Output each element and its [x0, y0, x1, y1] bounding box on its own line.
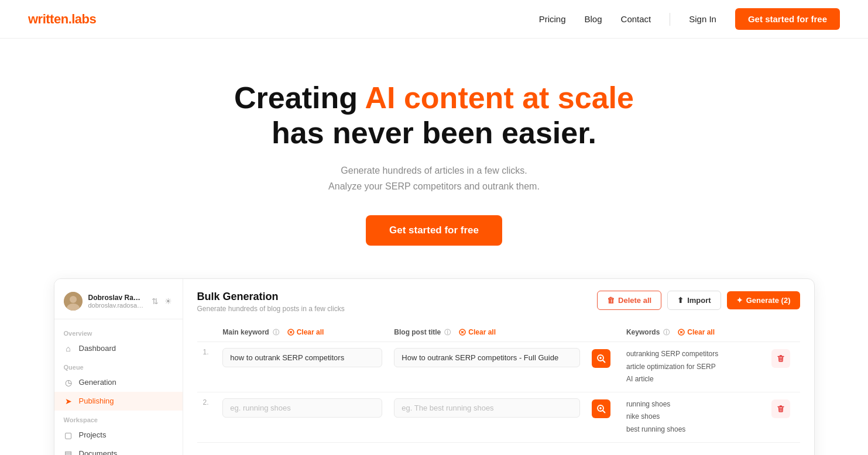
hero-cta: Get started for free [14, 215, 854, 246]
serp-icon-2 [596, 404, 606, 413]
sidebar-queue-label: Queue [54, 358, 183, 373]
sidebar-documents-label: Documents [79, 449, 118, 455]
sidebar-item-generation[interactable]: ◷ Generation [54, 373, 183, 392]
hero-subtext: Generate hundreds of articles in a few c… [14, 163, 854, 194]
avatar [64, 292, 83, 311]
import-button[interactable]: ⬆ Import [667, 291, 721, 310]
nav-contact[interactable]: Contact [621, 14, 651, 24]
table-row: 2. [197, 392, 800, 442]
settings-button[interactable]: ☀ [163, 295, 173, 307]
demo-wrapper: Dobroslav Radosa... dobroslav.radosavi..… [0, 278, 868, 455]
sidebar-generation-label: Generation [79, 378, 116, 387]
sidebar-dashboard-label: Dashboard [79, 344, 116, 353]
delete-all-button[interactable]: 🗑 Delete all [597, 291, 661, 310]
sidebar-workspace-label: Workspace [54, 411, 183, 426]
user-switch-button[interactable]: ⇅ [150, 295, 160, 307]
title-input-1[interactable] [394, 348, 580, 367]
bulk-title: Bulk Generation [197, 291, 345, 303]
generate-button[interactable]: ✦ Generate (2) [727, 291, 800, 309]
hero-subtext-1: Generate hundreds of articles in a few c… [341, 166, 527, 175]
keyword-input-2[interactable] [222, 398, 382, 418]
svg-line-20 [603, 411, 605, 413]
avatar-image [64, 292, 83, 311]
keyword-tag-2-3: best running shoes [626, 423, 760, 436]
th-num [197, 323, 217, 342]
keyword-tag-1-3: AI article [626, 373, 760, 386]
info-icon-keyword: ⓘ [273, 328, 279, 337]
info-icon-keywords: ⓘ [663, 328, 670, 337]
th-title: Blog post title ⓘ Clear all [388, 323, 586, 342]
col-keywords-label: Keywords [626, 328, 660, 336]
clear-keyword-button[interactable]: Clear all [287, 328, 324, 336]
keyword-tag-1-2: article optimization for SERP [626, 361, 760, 374]
delete-all-label: Delete all [618, 296, 651, 305]
title-cell-2 [388, 392, 586, 442]
clear-keywords-label: Clear all [687, 328, 715, 336]
delete-row-2-button[interactable] [771, 399, 790, 418]
delete-row-1-button[interactable] [771, 349, 790, 368]
th-serp [586, 323, 620, 342]
main-content: Bulk Generation Generate hundreds of blo… [183, 279, 814, 455]
serp-cell-1 [586, 342, 620, 392]
keyword-cell-1 [217, 342, 388, 392]
demo-card: Dobroslav Radosa... dobroslav.radosavi..… [54, 278, 815, 455]
clear-title-button[interactable]: Clear all [459, 328, 496, 336]
hero-headline-orange: AI content at scale [365, 81, 633, 115]
col-title-label: Blog post title [394, 328, 441, 336]
sidebar-item-documents[interactable]: ▤ Documents [54, 444, 183, 455]
bulk-header-info: Bulk Generation Generate hundreds of blo… [197, 291, 345, 313]
sidebar-item-projects[interactable]: ▢ Projects [54, 426, 183, 444]
title-cell-1 [388, 342, 586, 392]
row-number-2: 2. [203, 398, 209, 406]
table-header: Main keyword ⓘ Clear all [197, 323, 800, 342]
serp-cell-2 [586, 392, 620, 442]
serp-icon-1 [596, 354, 606, 363]
nav-pricing[interactable]: Pricing [539, 14, 566, 24]
user-email: dobroslav.radosavi... [88, 302, 145, 309]
th-keyword: Main keyword ⓘ Clear all [217, 323, 388, 342]
sidebar-controls: ⇅ ☀ [150, 295, 173, 307]
hero-headline-2: has never been easier. [272, 116, 596, 150]
sidebar-item-dashboard[interactable]: ⌂ Dashboard [54, 339, 183, 358]
trash-icon: 🗑 [607, 296, 615, 305]
document-icon: ▤ [64, 449, 73, 455]
row-number-1: 1. [203, 348, 209, 356]
col-keyword-label: Main keyword [222, 328, 269, 336]
row-num-2: 2. [197, 392, 217, 442]
keyword-tag-2-2: nike shoes [626, 411, 760, 423]
svg-line-13 [603, 360, 605, 363]
serp-button-2[interactable] [592, 399, 610, 418]
bulk-header: Bulk Generation Generate hundreds of blo… [197, 291, 800, 313]
bulk-actions: 🗑 Delete all ⬆ Import ✦ Generate (2) [597, 291, 800, 310]
keyword-input-1[interactable] [222, 348, 382, 367]
navbar-cta-button[interactable]: Get started for free [735, 8, 840, 30]
logo-text: written [28, 12, 68, 26]
clear-title-label: Clear all [468, 328, 496, 336]
sidebar: Dobroslav Radosa... dobroslav.radosavi..… [54, 279, 183, 455]
hero-headline-1: Creating [234, 81, 365, 115]
sign-in-link[interactable]: Sign In [689, 14, 716, 24]
hero-subtext-2: Analyze your SERP competitors and outran… [328, 181, 540, 191]
row-num-1: 1. [197, 342, 217, 392]
nav-divider [670, 13, 670, 26]
hero-section: Creating AI content at scale has never b… [0, 39, 868, 278]
table-row: 1. [197, 342, 800, 392]
clear-keywords-icon [678, 329, 685, 336]
title-input-2[interactable] [394, 398, 580, 418]
nav-blog[interactable]: Blog [585, 14, 602, 24]
logo[interactable]: written.labs [28, 12, 96, 27]
import-icon: ⬆ [677, 296, 684, 305]
sidebar-item-publishing[interactable]: ➤ Publishing [54, 392, 183, 411]
clear-keyword-label: Clear all [297, 328, 324, 336]
sidebar-user: Dobroslav Radosa... dobroslav.radosavi..… [54, 287, 183, 319]
generate-icon: ✦ [736, 296, 743, 305]
bulk-table: Main keyword ⓘ Clear all [197, 323, 800, 443]
clear-keywords-button[interactable]: Clear all [678, 328, 715, 336]
serp-button-1[interactable] [592, 349, 610, 368]
clear-keyword-icon [287, 329, 294, 336]
table-body: 1. [197, 342, 800, 442]
keyword-cell-2 [217, 392, 388, 442]
hero-cta-button[interactable]: Get started for free [366, 215, 502, 246]
nav-links: Pricing Blog Contact Sign In Get started… [539, 8, 840, 30]
user-info: Dobroslav Radosa... dobroslav.radosavi..… [88, 294, 145, 309]
